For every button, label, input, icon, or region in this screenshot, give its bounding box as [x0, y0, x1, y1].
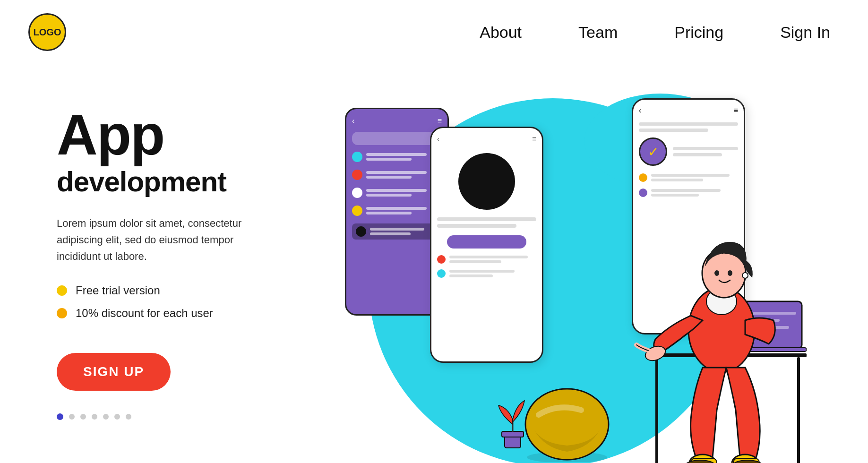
list-line: [366, 189, 427, 192]
svg-point-13: [728, 270, 732, 276]
phone-right-header: ‹ ≡: [639, 106, 738, 115]
svg-point-14: [742, 273, 748, 278]
phone-mockup-center: ‹ ≡: [430, 127, 543, 363]
right-line: [639, 129, 708, 132]
color-dot-red: [352, 170, 362, 180]
pagination: [57, 413, 302, 420]
features-list: Free trial version 10% discount for each…: [57, 284, 302, 320]
center-dot-red: [437, 255, 446, 264]
check-area: ✓: [639, 137, 738, 166]
list-line: [370, 232, 411, 235]
main-content: App development Lorem ipsum dolor sit am…: [0, 51, 868, 463]
phone-center-menu: ≡: [532, 135, 536, 143]
right-item-line: [651, 174, 730, 177]
content-line: [437, 224, 516, 228]
list-item-white: [352, 188, 442, 198]
check-icon: ✓: [648, 144, 659, 160]
feature-item-2: 10% discount for each user: [57, 307, 302, 320]
center-item-red: [437, 255, 536, 264]
content-lines-top: [437, 217, 536, 228]
list-line: [366, 212, 412, 214]
phone-center-back: ‹: [437, 135, 439, 143]
center-lines: [449, 256, 536, 263]
hero-title-line2: development: [57, 165, 302, 198]
hero-description: Lorem ipsum dolor sit amet, consectetur …: [57, 215, 255, 265]
color-dot-black: [356, 226, 366, 237]
color-dot-yellow: [352, 206, 362, 216]
right-item-line: [651, 189, 721, 192]
color-dot-white: [352, 188, 362, 198]
center-line: [449, 274, 493, 277]
right-line: [639, 122, 738, 126]
left-panel: App development Lorem ipsum dolor sit am…: [57, 79, 302, 420]
dot-4: [92, 414, 97, 420]
woman-illustration: [599, 193, 807, 463]
center-lines: [449, 270, 536, 277]
phone-left-header: ‹ ≡: [352, 117, 442, 125]
nav-team[interactable]: Team: [578, 23, 618, 42]
right-item-orange: [639, 173, 738, 182]
bullet-dot-1: [57, 285, 67, 296]
dot-6: [114, 414, 120, 420]
right-item-lines: [651, 174, 738, 181]
signup-button[interactable]: SIGN UP: [57, 353, 171, 391]
phone-right-back: ‹: [639, 106, 641, 115]
plant-illustration: [491, 391, 534, 453]
hero-title-line1: App: [57, 108, 302, 162]
phone-menu-icon: ≡: [438, 117, 442, 125]
purple-pill: [447, 235, 526, 249]
logo-text: LOGO: [34, 27, 61, 37]
list-line: [366, 158, 412, 161]
list-line: [366, 194, 412, 197]
dot-3: [80, 414, 86, 420]
list-item-black-selected: [352, 223, 442, 240]
content-line: [437, 217, 536, 221]
center-item-cyan: [437, 269, 536, 278]
phone-back-icon: ‹: [352, 117, 354, 125]
right-line: [673, 147, 738, 150]
bullet-dot-2: [57, 308, 67, 318]
nav-about[interactable]: About: [480, 23, 522, 42]
list-line: [366, 171, 427, 174]
right-line: [673, 153, 722, 156]
list-item-cyan: [352, 152, 442, 162]
nav-signin[interactable]: Sign In: [780, 23, 830, 42]
phone-search-bar: 🔍: [352, 132, 442, 145]
svg-rect-7: [655, 357, 658, 463]
dot-7: [126, 414, 131, 420]
center-dot-cyan: [437, 269, 446, 278]
main-nav: About Team Pricing Sign In: [480, 23, 830, 42]
feature-text-2: 10% discount for each user: [76, 307, 213, 320]
svg-rect-23: [502, 431, 524, 437]
list-line: [366, 153, 427, 156]
list-item-yellow: [352, 206, 442, 216]
dot-1: [57, 413, 63, 420]
color-dot-cyan: [352, 152, 362, 162]
list-line: [366, 207, 427, 210]
phone-right-menu: ≡: [734, 106, 738, 115]
feature-item-1: Free trial version: [57, 284, 302, 297]
logo[interactable]: LOGO: [28, 13, 66, 51]
illustration: ‹ ≡ 🔍: [321, 79, 830, 463]
center-line: [449, 256, 528, 258]
svg-point-12: [714, 270, 719, 276]
nav-pricing[interactable]: Pricing: [674, 23, 723, 42]
list-line: [366, 176, 412, 179]
list-item-red: [352, 170, 442, 180]
phone-screen: [437, 148, 536, 283]
feature-text-1: Free trial version: [76, 284, 160, 297]
center-line: [449, 270, 515, 273]
right-dot-orange: [639, 173, 647, 182]
list-line: [370, 228, 424, 231]
phone-center-header: ‹ ≡: [437, 135, 536, 143]
svg-rect-8: [797, 357, 800, 463]
dot-5: [103, 414, 109, 420]
list-lines-black: [370, 228, 438, 235]
dot-2: [69, 414, 75, 420]
right-item-line: [651, 179, 703, 181]
phone-center-items: [437, 255, 536, 283]
center-line: [449, 260, 501, 263]
right-lines-top: [639, 122, 738, 132]
big-circle-icon: [458, 153, 515, 210]
check-circle: ✓: [639, 137, 667, 166]
